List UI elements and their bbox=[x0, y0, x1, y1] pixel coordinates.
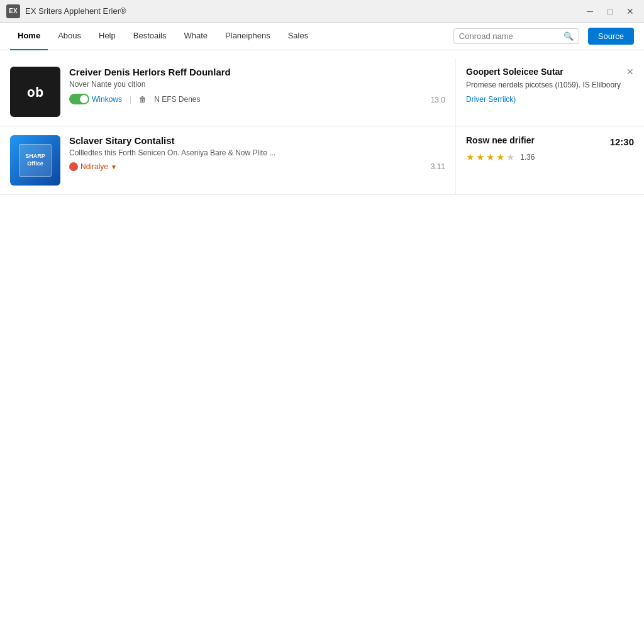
item1-toggle[interactable]: Winkows bbox=[69, 94, 122, 104]
item2-icon-inner: SHARPOffice bbox=[19, 144, 52, 177]
nav-bar: Home Abous Help Bestoails Whate Planeiph… bbox=[0, 23, 644, 50]
star-2: ★ bbox=[476, 152, 484, 163]
star-4: ★ bbox=[496, 152, 504, 163]
item1-side-link[interactable]: Driver Serriick) bbox=[466, 95, 516, 104]
star-5: ★ bbox=[506, 152, 514, 163]
item2-author[interactable]: Ndiralye ▼ bbox=[69, 162, 117, 171]
item1-side-close[interactable]: ✕ bbox=[626, 67, 634, 76]
item2-icon-text: SHARPOffice bbox=[25, 153, 45, 167]
item1-meta-text: N EFS Denes bbox=[154, 95, 200, 104]
list-item-2: SHARPOffice Sclaver Sitary Contalist Col… bbox=[0, 126, 644, 195]
app-icon-text: EX bbox=[9, 8, 17, 14]
author-icon bbox=[69, 162, 78, 171]
source-button[interactable]: Source bbox=[588, 28, 634, 45]
item2-side: Rosw nee drifier 12:30 ★ ★ ★ ★ ★ 1.36 bbox=[455, 126, 644, 194]
item2-price: 3.11 bbox=[431, 162, 445, 171]
item2-main: SHARPOffice Sclaver Sitary Contalist Col… bbox=[0, 126, 455, 194]
nav-item-bestoails[interactable]: Bestoails bbox=[126, 23, 174, 50]
item1-meta-icon: 🗑 bbox=[139, 95, 147, 104]
title-bar-left: EX EX Sriters Applehent Erier® bbox=[6, 4, 126, 18]
title-bar: EX EX Sriters Applehent Erier® ─ □ ✕ bbox=[0, 0, 644, 23]
item1-main: ob Creiver Denis Herlors Reff Dounlard N… bbox=[0, 58, 455, 126]
content-area: ob Creiver Denis Herlors Reff Dounlard N… bbox=[0, 50, 644, 203]
search-input[interactable] bbox=[459, 31, 560, 41]
search-box: 🔍 bbox=[453, 28, 579, 44]
list-item-1: ob Creiver Denis Herlors Reff Dounlard N… bbox=[0, 58, 644, 126]
item2-icon: SHARPOffice bbox=[10, 135, 60, 186]
item2-version: 1.36 bbox=[520, 153, 535, 162]
item2-subtitle: Collledtes this Forth Senicen On. Aseniy… bbox=[69, 148, 445, 157]
nav-item-whate[interactable]: Whate bbox=[177, 23, 216, 50]
item1-icon-text: ob bbox=[27, 84, 44, 100]
nav-item-planeiphens[interactable]: Planeiphens bbox=[218, 23, 278, 50]
item1-side: Goopert Soleicee Sutar ✕ Promese nerdels… bbox=[455, 58, 644, 126]
item2-title: Sclaver Sitary Contalist bbox=[69, 135, 445, 146]
close-button[interactable]: ✕ bbox=[623, 4, 638, 19]
author-dropdown-arrow: ▼ bbox=[111, 164, 117, 170]
item1-side-title: Goopert Soleicee Sutar ✕ bbox=[466, 67, 634, 77]
item1-divider: | bbox=[130, 95, 131, 104]
item1-icon: ob bbox=[10, 67, 60, 117]
item1-subtitle: Nover Nante you cition bbox=[69, 80, 445, 89]
star-3: ★ bbox=[486, 152, 494, 163]
maximize-button[interactable]: □ bbox=[602, 4, 618, 19]
item1-price: 13.0 bbox=[431, 96, 445, 104]
search-icon: 🔍 bbox=[564, 31, 574, 41]
item2-stars: ★ ★ ★ ★ ★ 1.36 bbox=[466, 152, 634, 163]
star-1: ★ bbox=[466, 152, 474, 163]
window-title: EX Sriters Applehent Erier® bbox=[25, 6, 126, 16]
item2-side-time: 12:30 bbox=[610, 136, 634, 147]
toggle-track[interactable] bbox=[69, 94, 89, 104]
toggle-thumb bbox=[80, 95, 88, 103]
nav-item-home[interactable]: Home bbox=[10, 23, 48, 50]
item2-meta: Ndiralye ▼ 3.11 bbox=[69, 162, 445, 171]
app-icon: EX bbox=[6, 4, 20, 18]
window-controls: ─ □ ✕ bbox=[582, 4, 638, 19]
item1-title: Creiver Denis Herlors Reff Dounlard bbox=[69, 67, 445, 77]
item1-meta: Winkows | 🗑 N EFS Denes 13.0 bbox=[69, 94, 445, 104]
toggle-label: Winkows bbox=[92, 95, 122, 104]
item2-side-title: Rosw nee drifier bbox=[466, 135, 535, 145]
nav-item-abous[interactable]: Abous bbox=[50, 23, 89, 50]
item2-body: Sclaver Sitary Contalist Collledtes this… bbox=[69, 135, 445, 171]
nav-item-sales[interactable]: Sales bbox=[280, 23, 316, 50]
author-label: Ndiralye bbox=[80, 162, 108, 171]
nav-item-help[interactable]: Help bbox=[91, 23, 123, 50]
minimize-button[interactable]: ─ bbox=[582, 4, 597, 19]
item1-body: Creiver Denis Herlors Reff Dounlard Nove… bbox=[69, 67, 445, 104]
item1-side-description: Promese nerdels picotses (l1059). IS Eli… bbox=[466, 79, 634, 91]
